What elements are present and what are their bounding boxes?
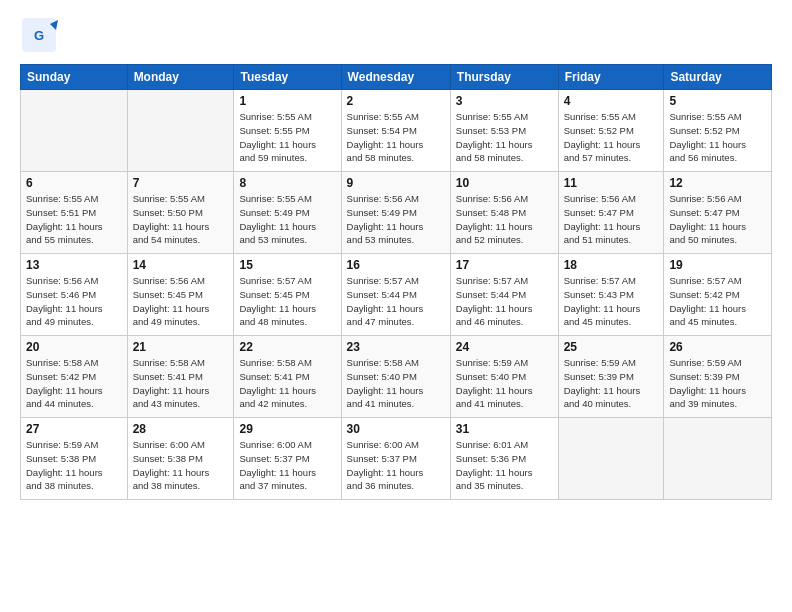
logo: G (20, 16, 60, 54)
day-info: Sunrise: 5:57 AM Sunset: 5:45 PM Dayligh… (239, 274, 335, 329)
day-number: 28 (133, 422, 229, 436)
day-info: Sunrise: 5:56 AM Sunset: 5:49 PM Dayligh… (347, 192, 445, 247)
day-number: 23 (347, 340, 445, 354)
day-number: 25 (564, 340, 659, 354)
day-number: 24 (456, 340, 553, 354)
day-number: 2 (347, 94, 445, 108)
day-info: Sunrise: 5:56 AM Sunset: 5:46 PM Dayligh… (26, 274, 122, 329)
day-info: Sunrise: 5:57 AM Sunset: 5:44 PM Dayligh… (456, 274, 553, 329)
day-cell (558, 418, 664, 500)
day-cell: 29Sunrise: 6:00 AM Sunset: 5:37 PM Dayli… (234, 418, 341, 500)
day-number: 22 (239, 340, 335, 354)
weekday-tuesday: Tuesday (234, 65, 341, 90)
day-info: Sunrise: 5:56 AM Sunset: 5:47 PM Dayligh… (564, 192, 659, 247)
day-info: Sunrise: 6:01 AM Sunset: 5:36 PM Dayligh… (456, 438, 553, 493)
week-row-4: 20Sunrise: 5:58 AM Sunset: 5:42 PM Dayli… (21, 336, 772, 418)
day-cell: 26Sunrise: 5:59 AM Sunset: 5:39 PM Dayli… (664, 336, 772, 418)
day-info: Sunrise: 5:55 AM Sunset: 5:49 PM Dayligh… (239, 192, 335, 247)
day-cell: 14Sunrise: 5:56 AM Sunset: 5:45 PM Dayli… (127, 254, 234, 336)
day-cell: 9Sunrise: 5:56 AM Sunset: 5:49 PM Daylig… (341, 172, 450, 254)
week-row-5: 27Sunrise: 5:59 AM Sunset: 5:38 PM Dayli… (21, 418, 772, 500)
day-info: Sunrise: 6:00 AM Sunset: 5:37 PM Dayligh… (239, 438, 335, 493)
day-info: Sunrise: 5:56 AM Sunset: 5:47 PM Dayligh… (669, 192, 766, 247)
day-number: 8 (239, 176, 335, 190)
day-info: Sunrise: 5:57 AM Sunset: 5:42 PM Dayligh… (669, 274, 766, 329)
day-number: 29 (239, 422, 335, 436)
day-info: Sunrise: 5:58 AM Sunset: 5:42 PM Dayligh… (26, 356, 122, 411)
day-number: 31 (456, 422, 553, 436)
day-cell: 16Sunrise: 5:57 AM Sunset: 5:44 PM Dayli… (341, 254, 450, 336)
week-row-1: 1Sunrise: 5:55 AM Sunset: 5:55 PM Daylig… (21, 90, 772, 172)
day-info: Sunrise: 5:56 AM Sunset: 5:45 PM Dayligh… (133, 274, 229, 329)
weekday-monday: Monday (127, 65, 234, 90)
day-cell: 6Sunrise: 5:55 AM Sunset: 5:51 PM Daylig… (21, 172, 128, 254)
calendar: SundayMondayTuesdayWednesdayThursdayFrid… (20, 64, 772, 500)
day-info: Sunrise: 5:55 AM Sunset: 5:52 PM Dayligh… (669, 110, 766, 165)
day-number: 15 (239, 258, 335, 272)
day-cell: 13Sunrise: 5:56 AM Sunset: 5:46 PM Dayli… (21, 254, 128, 336)
day-cell: 24Sunrise: 5:59 AM Sunset: 5:40 PM Dayli… (450, 336, 558, 418)
day-number: 21 (133, 340, 229, 354)
day-number: 20 (26, 340, 122, 354)
day-cell: 23Sunrise: 5:58 AM Sunset: 5:40 PM Dayli… (341, 336, 450, 418)
weekday-friday: Friday (558, 65, 664, 90)
day-number: 18 (564, 258, 659, 272)
day-info: Sunrise: 5:59 AM Sunset: 5:39 PM Dayligh… (669, 356, 766, 411)
weekday-saturday: Saturday (664, 65, 772, 90)
day-cell: 2Sunrise: 5:55 AM Sunset: 5:54 PM Daylig… (341, 90, 450, 172)
day-info: Sunrise: 5:55 AM Sunset: 5:54 PM Dayligh… (347, 110, 445, 165)
day-cell (664, 418, 772, 500)
day-number: 3 (456, 94, 553, 108)
day-number: 1 (239, 94, 335, 108)
day-number: 30 (347, 422, 445, 436)
day-cell: 20Sunrise: 5:58 AM Sunset: 5:42 PM Dayli… (21, 336, 128, 418)
day-info: Sunrise: 5:58 AM Sunset: 5:40 PM Dayligh… (347, 356, 445, 411)
day-cell: 25Sunrise: 5:59 AM Sunset: 5:39 PM Dayli… (558, 336, 664, 418)
day-cell: 5Sunrise: 5:55 AM Sunset: 5:52 PM Daylig… (664, 90, 772, 172)
week-row-3: 13Sunrise: 5:56 AM Sunset: 5:46 PM Dayli… (21, 254, 772, 336)
day-cell: 11Sunrise: 5:56 AM Sunset: 5:47 PM Dayli… (558, 172, 664, 254)
day-cell: 18Sunrise: 5:57 AM Sunset: 5:43 PM Dayli… (558, 254, 664, 336)
header: G (20, 16, 772, 54)
day-info: Sunrise: 5:55 AM Sunset: 5:51 PM Dayligh… (26, 192, 122, 247)
day-cell: 1Sunrise: 5:55 AM Sunset: 5:55 PM Daylig… (234, 90, 341, 172)
svg-text:G: G (34, 28, 44, 43)
day-cell: 31Sunrise: 6:01 AM Sunset: 5:36 PM Dayli… (450, 418, 558, 500)
day-number: 16 (347, 258, 445, 272)
day-cell (21, 90, 128, 172)
weekday-sunday: Sunday (21, 65, 128, 90)
day-info: Sunrise: 5:55 AM Sunset: 5:53 PM Dayligh… (456, 110, 553, 165)
day-info: Sunrise: 5:57 AM Sunset: 5:44 PM Dayligh… (347, 274, 445, 329)
weekday-wednesday: Wednesday (341, 65, 450, 90)
day-cell: 3Sunrise: 5:55 AM Sunset: 5:53 PM Daylig… (450, 90, 558, 172)
day-cell: 21Sunrise: 5:58 AM Sunset: 5:41 PM Dayli… (127, 336, 234, 418)
day-cell: 19Sunrise: 5:57 AM Sunset: 5:42 PM Dayli… (664, 254, 772, 336)
day-number: 10 (456, 176, 553, 190)
day-number: 13 (26, 258, 122, 272)
day-cell: 27Sunrise: 5:59 AM Sunset: 5:38 PM Dayli… (21, 418, 128, 500)
weekday-thursday: Thursday (450, 65, 558, 90)
day-cell: 30Sunrise: 6:00 AM Sunset: 5:37 PM Dayli… (341, 418, 450, 500)
day-number: 17 (456, 258, 553, 272)
day-info: Sunrise: 5:55 AM Sunset: 5:55 PM Dayligh… (239, 110, 335, 165)
day-number: 27 (26, 422, 122, 436)
day-cell: 22Sunrise: 5:58 AM Sunset: 5:41 PM Dayli… (234, 336, 341, 418)
day-info: Sunrise: 6:00 AM Sunset: 5:38 PM Dayligh… (133, 438, 229, 493)
day-cell: 4Sunrise: 5:55 AM Sunset: 5:52 PM Daylig… (558, 90, 664, 172)
day-number: 4 (564, 94, 659, 108)
day-info: Sunrise: 5:58 AM Sunset: 5:41 PM Dayligh… (133, 356, 229, 411)
day-number: 12 (669, 176, 766, 190)
day-number: 5 (669, 94, 766, 108)
day-cell: 7Sunrise: 5:55 AM Sunset: 5:50 PM Daylig… (127, 172, 234, 254)
day-number: 14 (133, 258, 229, 272)
day-info: Sunrise: 5:55 AM Sunset: 5:50 PM Dayligh… (133, 192, 229, 247)
day-cell (127, 90, 234, 172)
day-number: 7 (133, 176, 229, 190)
day-number: 11 (564, 176, 659, 190)
weekday-header-row: SundayMondayTuesdayWednesdayThursdayFrid… (21, 65, 772, 90)
day-cell: 8Sunrise: 5:55 AM Sunset: 5:49 PM Daylig… (234, 172, 341, 254)
day-number: 19 (669, 258, 766, 272)
day-number: 6 (26, 176, 122, 190)
day-cell: 28Sunrise: 6:00 AM Sunset: 5:38 PM Dayli… (127, 418, 234, 500)
day-cell: 17Sunrise: 5:57 AM Sunset: 5:44 PM Dayli… (450, 254, 558, 336)
